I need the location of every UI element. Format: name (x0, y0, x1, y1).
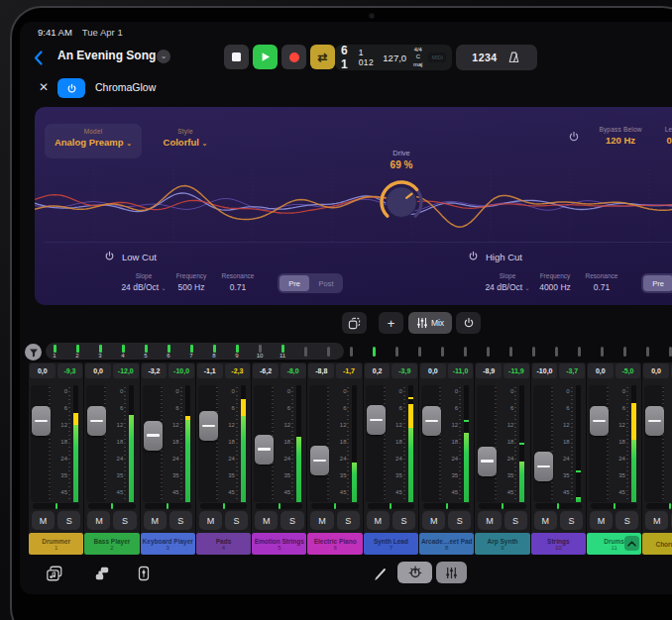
track-name-plate[interactable]: Arcade…eet Pad8 (419, 533, 474, 555)
track-name-plate[interactable]: Pads4 (196, 533, 251, 555)
track-name-plate[interactable]: Arp Synth9 (475, 533, 529, 555)
level-control[interactable]: Level 0.0 (645, 126, 672, 146)
stop-button[interactable] (224, 45, 249, 69)
fader-cap[interactable] (478, 447, 497, 476)
play-button[interactable] (253, 45, 278, 69)
solo-button[interactable]: S (392, 511, 415, 530)
plugin-power-button[interactable] (57, 78, 85, 98)
fader-cap[interactable] (534, 452, 553, 481)
mute-button[interactable]: M (422, 511, 445, 530)
paste-settings-button[interactable] (342, 312, 367, 334)
solo-button[interactable]: S (448, 511, 471, 530)
pre-button[interactable]: Pre (280, 275, 309, 291)
fader-db-value[interactable]: 0,0 (85, 363, 111, 378)
pan-control[interactable] (591, 503, 637, 509)
peak-db-value[interactable]: -3,9 (392, 363, 417, 378)
track-name-plate[interactable]: Drummer1 (29, 533, 83, 555)
pan-control[interactable] (33, 503, 79, 509)
mixer-view-button[interactable] (436, 562, 467, 583)
mute-button[interactable]: M (645, 511, 668, 530)
bypass-below-control[interactable]: Bypass Below 120 Hz (590, 126, 651, 146)
drive-knob[interactable] (378, 178, 425, 226)
solo-button[interactable]: S (113, 511, 136, 530)
peak-db-value[interactable]: -1,7 (336, 363, 362, 378)
media-browser-button[interactable] (44, 563, 65, 584)
fader-db-value[interactable]: -6,2 (253, 363, 279, 378)
fader-cap[interactable] (422, 406, 441, 436)
peak-db-value[interactable]: -5,0 (616, 363, 641, 378)
song-title[interactable]: An Evening Song (57, 49, 156, 62)
peak-db-value[interactable]: -11,9 (504, 363, 529, 378)
pan-control[interactable] (256, 503, 302, 509)
low-cut-power-button[interactable] (104, 248, 115, 265)
mute-button[interactable]: M (255, 511, 278, 530)
fader-cap[interactable] (144, 421, 163, 451)
high-cut-resonance[interactable]: Resonance 0.71 (577, 272, 626, 292)
solo-button[interactable]: S (616, 511, 638, 530)
lcd-display[interactable]: 6 1 1 012 127,0 4/4 C maj MIDI (335, 45, 452, 70)
high-cut-slope[interactable]: Slope 24 dB/Oct ⌄ (480, 272, 535, 292)
solo-button[interactable]: S (560, 511, 583, 530)
plugins-button[interactable] (91, 563, 113, 584)
track-name-plate[interactable]: Bass Player2 (84, 533, 139, 555)
solo-button[interactable]: S (57, 511, 80, 530)
edit-button[interactable] (369, 563, 391, 584)
smart-controls-view-button[interactable] (397, 562, 432, 583)
fader-db-value[interactable]: 0,0 (643, 363, 669, 378)
metronome-icon[interactable] (506, 51, 521, 65)
peak-db-value[interactable]: -11,0 (448, 363, 474, 378)
mix-view-button[interactable]: Mix (408, 312, 452, 334)
mute-button[interactable]: M (478, 511, 501, 530)
mute-button[interactable]: M (32, 511, 55, 530)
solo-button[interactable]: S (504, 511, 527, 530)
pan-control[interactable] (368, 503, 414, 509)
pan-control[interactable] (646, 503, 672, 509)
fader-cap[interactable] (32, 406, 51, 436)
fader-db-value[interactable]: -10,0 (532, 363, 558, 378)
track-name-plate[interactable]: Emotion Strings5 (252, 533, 306, 555)
fader-cap[interactable] (199, 411, 218, 441)
fader-cap[interactable] (590, 406, 609, 436)
close-plugin-icon[interactable]: ✕ (39, 80, 49, 94)
track-name-plate[interactable]: Synth Lead7 (364, 533, 418, 555)
pan-control[interactable] (311, 503, 358, 509)
fader-db-value[interactable]: 0,0 (588, 363, 614, 378)
fader-db-value[interactable]: 0,0 (420, 363, 446, 378)
filter-tracks-button[interactable] (25, 344, 42, 361)
fader-cap[interactable] (645, 406, 664, 436)
solo-button[interactable]: S (337, 511, 360, 530)
pan-control[interactable] (88, 503, 135, 509)
count-in-button[interactable]: 1234 (472, 52, 497, 63)
pan-control[interactable] (145, 503, 191, 509)
low-cut-resonance[interactable]: Resonance 0.71 (213, 272, 263, 292)
bypass-power-button[interactable] (568, 129, 580, 147)
high-cut-frequency[interactable]: Frequency 4000 Hz (529, 272, 581, 292)
mute-button[interactable]: M (87, 511, 110, 530)
mute-button[interactable]: M (144, 511, 167, 530)
pre-button[interactable]: Pre (643, 275, 672, 291)
peak-db-value[interactable]: -12,0 (113, 363, 139, 378)
mute-button[interactable]: M (310, 511, 333, 530)
mixer-power-button[interactable] (456, 312, 481, 334)
track-name-plate[interactable]: Chorus V (642, 533, 672, 555)
channel-controls-button[interactable] (133, 563, 155, 584)
style-selector[interactable]: Style Colorful ⌄ (150, 128, 221, 148)
add-track-button[interactable]: + (379, 312, 403, 334)
pan-control[interactable] (535, 503, 582, 509)
fader-cap[interactable] (310, 446, 329, 475)
mute-button[interactable]: M (534, 511, 557, 530)
fader-db-value[interactable]: -8,8 (308, 363, 334, 378)
fader-db-value[interactable]: -1,1 (197, 363, 223, 378)
fader-cap[interactable] (87, 406, 106, 436)
solo-button[interactable]: S (169, 511, 192, 530)
peak-db-value[interactable]: -2,3 (225, 363, 251, 378)
song-menu-chevron-icon[interactable]: ⌄ (157, 50, 170, 63)
track-name-plate[interactable]: Keyboard Player3 (141, 533, 195, 555)
peak-db-value[interactable]: -9,3 (57, 363, 83, 378)
pan-control[interactable] (200, 503, 247, 509)
low-cut-frequency[interactable]: Frequency 500 Hz (166, 272, 217, 292)
mute-button[interactable]: M (367, 511, 390, 530)
pan-control[interactable] (423, 503, 470, 509)
solo-button[interactable]: S (225, 511, 248, 530)
fader-db-value[interactable]: 0,0 (30, 363, 56, 378)
